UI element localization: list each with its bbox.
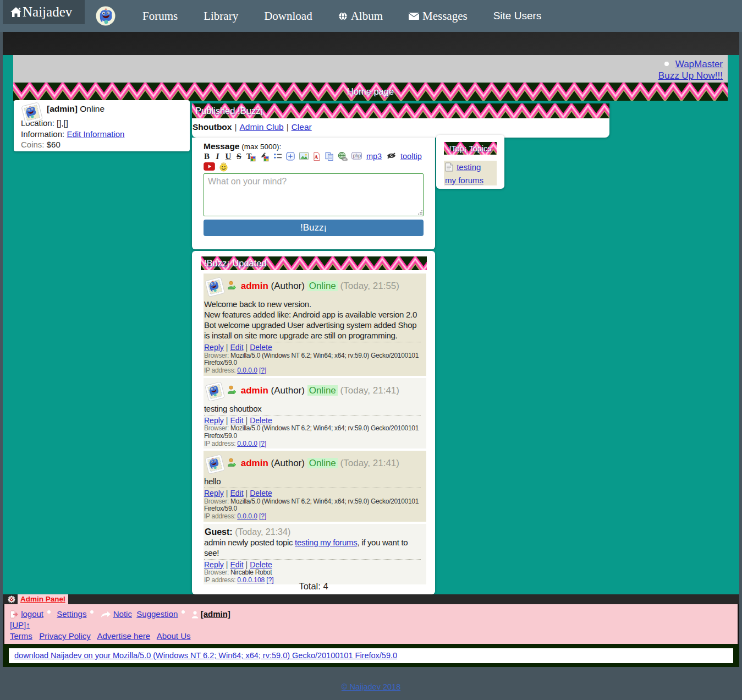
footer-row-legal: Terms Privacy Policy Advertise here Abou… [10, 631, 732, 642]
post-footer: Reply|Edit|Delete Browser: Nircable Robo… [204, 559, 421, 584]
tab-shoutbox[interactable]: Shoutbox [193, 122, 232, 132]
user-add-icon [227, 281, 237, 293]
top-topics-list: testing my forums [444, 161, 497, 185]
brand-home-link[interactable]: Naijadev [3, 0, 85, 24]
admin-profile-link[interactable]: [admin] [201, 609, 230, 619]
post-body: testing shoutbox [204, 403, 421, 414]
edit-link[interactable]: Edit [230, 560, 243, 569]
link-globe-icon[interactable] [338, 152, 348, 162]
logout-link[interactable]: logout [21, 609, 43, 619]
top-topics-banner-text: !Top¡ Topics [444, 144, 497, 152]
delete-link[interactable]: Delete [250, 343, 272, 352]
post-body: admin newly posted topic testing my foru… [204, 537, 421, 558]
published-buzz-panel: Published !Buzz¡ Shoutbox|Admin Club|Cle… [192, 103, 609, 138]
font-color-icon[interactable]: T [246, 152, 256, 162]
tab-clear[interactable]: Clear [292, 122, 312, 132]
post-author[interactable]: admin [241, 281, 268, 291]
top-topics-banner: !Top¡ Topics [444, 142, 497, 155]
ip-help-link[interactable]: [?] [259, 440, 266, 447]
shoutbox-tabs: Shoutbox|Admin Club|Clear [192, 118, 609, 132]
globe-icon [338, 12, 348, 21]
copyright-link[interactable]: © Naijadev 2018 [342, 682, 400, 691]
reply-link[interactable]: Reply [204, 416, 224, 425]
ip-link[interactable]: 0.0.0.0 [237, 367, 257, 374]
about-link[interactable]: About Us [157, 631, 191, 641]
ip-link[interactable]: 0.0.0.0 [237, 512, 257, 520]
delete-link[interactable]: Delete [250, 416, 272, 425]
post-author[interactable]: admin [241, 458, 268, 468]
svg-text:php: php [353, 153, 361, 158]
nav-item-download[interactable]: Download [264, 9, 312, 23]
copy-icon[interactable] [325, 152, 334, 162]
mp3-link[interactable]: mp3 [366, 152, 382, 161]
php-icon[interactable]: php [351, 152, 362, 162]
bottom-section: Admin Panel logout Settings Notic Sugges… [3, 594, 739, 667]
post-footer: Reply|Edit|Delete Browser: Mozilla/5.0 (… [204, 342, 421, 375]
buzz-submit-button[interactable]: !Buzz¡ [204, 220, 424, 236]
ip-help-link[interactable]: [?] [259, 367, 266, 374]
user-icon [191, 610, 199, 621]
reply-link[interactable]: Reply [204, 489, 224, 497]
buzz-up-link[interactable]: Buzz Up Now!!! [658, 70, 723, 81]
edit-link[interactable]: Edit [230, 416, 243, 425]
fill-color-icon[interactable] [260, 152, 269, 162]
gear-icon [8, 595, 15, 605]
image-icon[interactable] [299, 152, 309, 162]
edit-information-link[interactable]: Edit Information [67, 129, 124, 139]
strikethrough-icon[interactable]: S [235, 152, 242, 161]
pdf-icon[interactable]: A [312, 152, 321, 162]
suggestion-link[interactable]: Suggestion [136, 609, 178, 619]
home-page-banner: Home page [13, 83, 728, 101]
textarea-resize-grip[interactable] [417, 210, 422, 215]
ip-help-link[interactable]: [?] [259, 512, 266, 520]
post-author: Guest [205, 527, 229, 537]
nav-item-site-users[interactable]: Site Users [493, 10, 542, 22]
notic-link[interactable]: Notic [113, 609, 132, 619]
delete-link[interactable]: Delete [250, 489, 272, 497]
top-nav: Naijadev Forums Library Download Album M… [0, 0, 742, 32]
published-buzz-banner-text: Published !Buzz¡ [192, 106, 609, 116]
post-body: hello [204, 476, 421, 486]
privacy-link[interactable]: Privacy Policy [39, 631, 90, 641]
youtube-icon[interactable] [204, 162, 215, 172]
delete-link[interactable]: Delete [250, 560, 272, 569]
bold-icon[interactable]: B [204, 152, 210, 161]
advertise-link[interactable]: Advertise here [97, 631, 150, 641]
shout-message-input[interactable] [204, 173, 424, 216]
tab-admin-club[interactable]: Admin Club [240, 122, 284, 132]
nav-item-messages[interactable]: Messages [409, 9, 468, 23]
admin-info-card: [admin] Online Location: [],[] Informati… [14, 100, 190, 151]
settings-link[interactable]: Settings [57, 609, 86, 619]
wapmaster-link[interactable]: WapMaster [675, 59, 723, 69]
admin-avatar [21, 101, 43, 124]
download-app-link[interactable]: download Naijadev on your Mozilla/5.0 (W… [14, 651, 397, 660]
underline-icon[interactable]: U [225, 152, 232, 161]
italic-icon[interactable]: I [214, 152, 221, 161]
ip-link[interactable]: 0.0.0.0 [237, 440, 257, 447]
user-add-icon [227, 458, 237, 470]
reply-link[interactable]: Reply [204, 560, 224, 569]
footer-links-panel: logout Settings Notic Suggestion [admin]… [4, 604, 738, 644]
buzz-updated-banner-text: !Buzz¡ Updated [201, 258, 427, 269]
top-gray-bar: WapMaster Buzz Up Now!!! [13, 55, 728, 83]
brand-label: Naijadev [23, 4, 72, 20]
up-link[interactable]: [UP]↑ [10, 620, 30, 630]
edit-link[interactable]: Edit [230, 489, 243, 497]
post-avatar [205, 381, 226, 402]
hide-icon[interactable] [386, 152, 397, 162]
site-logo[interactable] [96, 6, 116, 26]
add-icon[interactable] [286, 152, 295, 162]
tooltip-link[interactable]: tooltip [400, 152, 422, 161]
nav-item-library[interactable]: Library [204, 9, 238, 23]
smiley-icon[interactable] [219, 162, 228, 172]
list-icon[interactable] [273, 152, 282, 162]
nav-item-album[interactable]: Album [338, 9, 383, 23]
terms-link[interactable]: Terms [10, 631, 32, 641]
nav-item-forums[interactable]: Forums [142, 9, 178, 23]
post-author[interactable]: admin [241, 385, 268, 396]
reply-link[interactable]: Reply [204, 343, 224, 352]
home-icon [10, 7, 22, 18]
admin-panel-link[interactable]: Admin Panel [18, 594, 68, 604]
topic-link[interactable]: testing my forums [295, 538, 357, 547]
edit-link[interactable]: Edit [230, 343, 243, 352]
